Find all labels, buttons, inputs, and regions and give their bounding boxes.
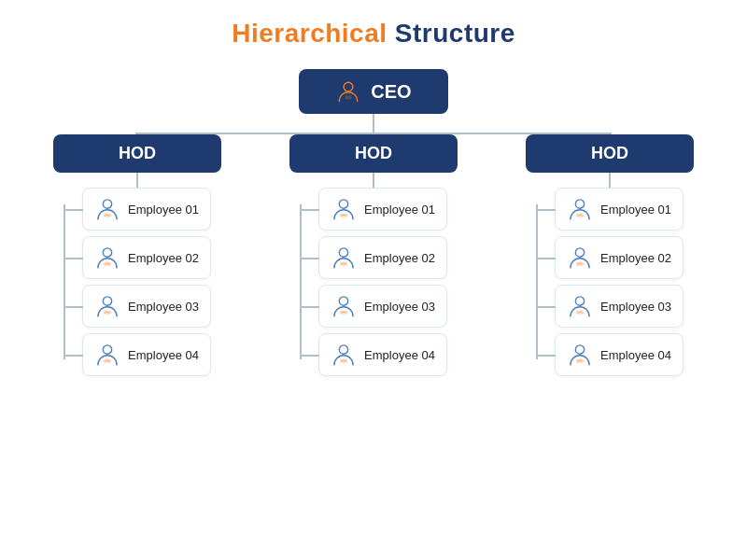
svg-rect-11 <box>340 214 347 217</box>
hod-label-2: HOD <box>355 144 392 162</box>
emp-label-2-1: Employee 01 <box>364 203 435 217</box>
emp-h-connector-1-2 <box>64 258 83 259</box>
emp-label-1-3: Employee 03 <box>128 300 199 314</box>
emp-card-1-4: Employee 04 <box>82 333 211 376</box>
emp-h-connector-3-3 <box>537 306 556 308</box>
svg-point-2 <box>103 200 111 208</box>
emp-icon-2-1 <box>331 196 357 222</box>
emp-label-3-3: Employee 03 <box>600 300 671 314</box>
emp-icon-1-1 <box>94 196 120 222</box>
emp-label-2-4: Employee 04 <box>364 348 435 362</box>
svg-point-0 <box>344 82 353 91</box>
svg-point-6 <box>103 297 111 305</box>
emp-icon-2-3 <box>331 293 357 319</box>
ceo-box: CEO <box>299 69 448 114</box>
emp-card-1-2: Employee 02 <box>82 236 211 279</box>
emp-label-3-4: Employee 04 <box>600 348 671 362</box>
hod-v-line-2 <box>373 173 374 188</box>
emp-label-2-2: Employee 02 <box>364 251 435 265</box>
svg-point-10 <box>339 200 347 208</box>
title-highlight: Hierarchical <box>232 19 387 48</box>
emp-h-connector-1-1 <box>64 209 83 211</box>
emp-icon-1-2 <box>94 245 120 271</box>
svg-point-8 <box>103 345 111 354</box>
hod-unit-1: HOD Employee 01 <box>20 134 256 376</box>
hod-unit-2: HOD Employee 01 <box>256 134 492 376</box>
svg-rect-21 <box>576 262 584 266</box>
svg-rect-25 <box>576 359 584 363</box>
emp-icon-1-4 <box>94 342 120 368</box>
svg-point-24 <box>575 345 584 354</box>
emp-v-bracket-1 <box>63 204 65 359</box>
svg-rect-9 <box>104 359 111 363</box>
emp-label-3-1: Employee 01 <box>600 203 671 217</box>
emp-group-2: Employee 01 Employee 02 <box>300 188 447 376</box>
hod-box-1: HOD <box>53 134 221 173</box>
svg-rect-13 <box>340 262 347 266</box>
hod-label-1: HOD <box>119 144 156 162</box>
emp-card-3-3: Employee 03 <box>555 285 684 328</box>
emp-label-1-4: Employee 04 <box>128 348 199 362</box>
hod-label-3: HOD <box>591 144 628 162</box>
emp-card-2-3: Employee 03 <box>318 285 447 328</box>
emp-label-1-2: Employee 02 <box>128 251 199 265</box>
hod-v-line-3 <box>609 173 611 188</box>
hod-box-3: HOD <box>526 134 694 173</box>
svg-rect-5 <box>104 262 111 266</box>
svg-point-4 <box>103 248 111 257</box>
emp-h-connector-3-1 <box>537 209 556 211</box>
svg-rect-19 <box>576 214 584 217</box>
page-title: Hierarchical Structure <box>232 19 515 49</box>
emp-card-3-1: Employee 01 <box>555 188 684 231</box>
hod-box-2: HOD <box>289 134 458 173</box>
emp-v-bracket-2 <box>300 204 302 359</box>
emp-h-connector-1-4 <box>64 355 83 357</box>
org-chart: Hierarchical Structure CEO HOD <box>9 19 738 376</box>
emp-card-3-4: Employee 04 <box>555 333 684 376</box>
title-normal: Structure <box>388 19 515 48</box>
emp-icon-3-3 <box>567 293 593 319</box>
emp-h-connector-3-2 <box>537 258 556 259</box>
emp-label-3-2: Employee 02 <box>600 251 671 265</box>
svg-point-18 <box>575 200 584 208</box>
svg-rect-3 <box>104 214 111 217</box>
svg-point-20 <box>575 248 584 257</box>
emp-card-2-2: Employee 02 <box>318 236 447 279</box>
emp-label-2-3: Employee 03 <box>364 300 435 314</box>
ceo-row: CEO <box>299 69 448 114</box>
emp-h-connector-2-2 <box>301 258 319 259</box>
emp-h-connector-2-1 <box>301 209 319 211</box>
svg-rect-17 <box>340 359 347 363</box>
emp-card-2-4: Employee 04 <box>318 333 447 376</box>
svg-point-22 <box>575 297 584 305</box>
emp-card-1-1: Employee 01 <box>82 188 211 231</box>
emp-group-1: Employee 01 Employee 02 <box>63 188 211 376</box>
emp-card-2-1: Employee 01 <box>318 188 447 231</box>
emp-card-1-3: Employee 03 <box>82 285 211 328</box>
svg-rect-23 <box>576 311 584 315</box>
emp-h-connector-3-4 <box>537 355 556 357</box>
emp-label-1-1: Employee 01 <box>128 203 199 217</box>
emp-group-3: Employee 01 Employee 02 <box>536 188 684 376</box>
svg-rect-1 <box>345 95 352 99</box>
svg-point-12 <box>339 248 347 257</box>
ceo-icon <box>335 78 361 105</box>
svg-rect-15 <box>340 311 347 315</box>
emp-icon-3-2 <box>567 245 593 271</box>
ceo-v-connector <box>373 114 374 133</box>
emp-h-connector-2-3 <box>301 306 319 308</box>
hod-unit-3: HOD Employee 01 <box>492 134 728 376</box>
svg-point-14 <box>339 297 347 305</box>
emp-icon-3-1 <box>567 196 593 222</box>
ceo-label: CEO <box>371 81 411 103</box>
emp-v-bracket-3 <box>536 204 538 359</box>
svg-rect-7 <box>104 311 111 315</box>
hod-row: HOD Employee 01 <box>19 134 728 376</box>
emp-h-connector-1-3 <box>64 306 83 308</box>
emp-h-connector-2-4 <box>301 355 319 357</box>
hod-v-line-1 <box>136 173 138 188</box>
svg-point-16 <box>339 345 347 354</box>
emp-icon-3-4 <box>567 342 593 368</box>
emp-icon-2-2 <box>331 245 357 271</box>
emp-icon-2-4 <box>331 342 357 368</box>
